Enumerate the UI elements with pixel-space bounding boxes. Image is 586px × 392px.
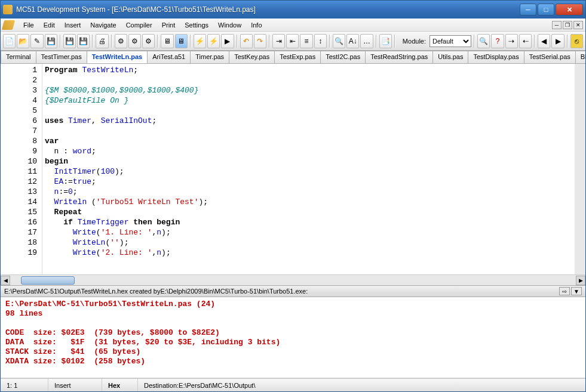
tab-testdisplay-pas[interactable]: TestDisplay.pas	[468, 51, 524, 63]
build-button[interactable]: ⚡	[207, 34, 220, 48]
save-button[interactable]: 💾	[45, 34, 57, 48]
sort-button[interactable]: ↕	[314, 34, 327, 48]
mdi-minimize-button[interactable]: ─	[552, 21, 562, 29]
status-mode: Insert	[48, 379, 102, 391]
app-icon-small	[2, 20, 15, 30]
module-label: Module:	[403, 38, 426, 45]
output-header-text: E:\PersDat\MC-51\Output\TestWriteLn.hex …	[4, 288, 308, 295]
scroll-left-button[interactable]: ◀	[1, 276, 10, 285]
status-position: 1: 1	[1, 379, 48, 391]
compile-button[interactable]: ⚡	[194, 34, 206, 48]
replace-button[interactable]: …	[360, 34, 373, 48]
tab-testserial-pas[interactable]: TestSerial.pas	[524, 51, 576, 63]
nav-a-button[interactable]: ⇢	[505, 34, 518, 48]
status-format: Hex	[102, 379, 138, 391]
nav-b-button[interactable]: ⇠	[519, 34, 532, 48]
menu-info[interactable]: Info	[246, 20, 266, 30]
tab-testexp-pas[interactable]: TestExp.pas	[274, 51, 321, 63]
maximize-button[interactable]: □	[538, 4, 554, 16]
outdent-button[interactable]: ⇤	[286, 34, 299, 48]
menu-file[interactable]: File	[19, 20, 39, 30]
tab-blink-[interactable]: Blink-	[575, 51, 585, 63]
module-select[interactable]: Default	[429, 35, 471, 47]
tab-aritest-a51[interactable]: AriTest.a51	[147, 51, 191, 63]
tool-b-button[interactable]: ⚙	[128, 34, 141, 48]
scroll-right-button[interactable]: ▶	[576, 276, 585, 285]
exit-button[interactable]: ⎋	[570, 34, 583, 48]
print-button[interactable]: 🖨	[96, 34, 108, 48]
titlebar[interactable]: MC51 Development System - [E:\PersDat\MC…	[1, 1, 585, 18]
bookmark-button[interactable]: 📑	[379, 34, 392, 48]
tab-testtimer-pas[interactable]: TestTimer.pas	[36, 51, 87, 63]
indent-button[interactable]: ⇥	[272, 34, 285, 48]
output-panel[interactable]: E:\PersDat\MC-51\Turbo51\TestWriteLn.pas…	[1, 297, 585, 378]
status-destination: Destination:E:\PersDat\MC-51\Output\	[138, 379, 585, 391]
tab-utils-pas[interactable]: Utils.pas	[432, 51, 468, 63]
search-module-button[interactable]: 🔍	[477, 34, 490, 48]
tool-c-button[interactable]: ⚙	[142, 34, 155, 48]
redo-button[interactable]: ↷	[254, 34, 266, 48]
open-file-button[interactable]: 📂	[17, 34, 29, 48]
next-button[interactable]: ▶	[551, 34, 564, 48]
find-button[interactable]: 🔍	[333, 34, 345, 48]
menu-navigate[interactable]: Navigate	[85, 20, 121, 30]
format-button[interactable]: ≡	[300, 34, 312, 48]
tab-testwriteln-pas[interactable]: TestWriteLn.pas	[87, 51, 148, 63]
tab-testreadstring-pas[interactable]: TestReadString.pas	[365, 51, 433, 63]
editor-area: 12345678910111213141516171819 Program Te…	[1, 64, 585, 274]
main-window: MC51 Development System - [E:\PersDat\MC…	[0, 0, 586, 392]
menu-edit[interactable]: Edit	[39, 20, 60, 30]
horizontal-scrollbar[interactable]: ◀ ▶	[1, 274, 585, 285]
code-editor[interactable]: Program TestWriteLn; {$M $8000,$1000,$90…	[42, 64, 575, 274]
tab-testi2c-pas[interactable]: TestI2C.pas	[320, 51, 366, 63]
save-all-button[interactable]: 💾	[63, 34, 76, 48]
mdi-close-button[interactable]: ✕	[573, 21, 583, 29]
window-title: MC51 Development System - [E:\PersDat\MC…	[16, 5, 520, 14]
terminal-button[interactable]: 🖥	[175, 34, 188, 48]
close-button[interactable]: ✕	[556, 4, 583, 16]
undo-button[interactable]: ↶	[240, 34, 253, 48]
tab-terminal[interactable]: Terminal	[1, 51, 36, 63]
tool-a-button[interactable]: ⚙	[115, 34, 127, 48]
line-gutter: 12345678910111213141516171819	[1, 64, 42, 274]
edit-button[interactable]: ✎	[30, 34, 43, 48]
monitor-button[interactable]: 🖥	[161, 34, 173, 48]
run-button[interactable]: ▶	[221, 34, 234, 48]
output-header: E:\PersDat\MC-51\Output\TestWriteLn.hex …	[1, 285, 585, 297]
tab-timer-pas[interactable]: Timer.pas	[190, 51, 229, 63]
app-icon	[3, 5, 13, 14]
output-goto-button[interactable]: ⇨	[559, 287, 570, 295]
editor-tabs: TerminalTestTimer.pasTestWriteLn.pasAriT…	[1, 51, 585, 64]
help-button[interactable]: ?	[491, 34, 504, 48]
menu-print[interactable]: Print	[157, 20, 180, 30]
menu-insert[interactable]: Insert	[60, 20, 86, 30]
menu-compiler[interactable]: Compiler	[121, 20, 157, 30]
tab-testkey-pas[interactable]: TestKey.pas	[229, 51, 275, 63]
scroll-thumb[interactable]	[21, 276, 75, 285]
prev-button[interactable]: ◀	[538, 34, 550, 48]
toolbar: 📄 📂 ✎ 💾 💾 💾 🖨 ⚙ ⚙ ⚙ 🖥 🖥 ⚡ ⚡ ▶ ↶ ↷ ⇥ ⇤ ≡ …	[1, 32, 585, 51]
statusbar: 1: 1 Insert Hex Destination:E:\PersDat\M…	[1, 378, 585, 391]
output-dropdown-button[interactable]: ▼	[571, 287, 582, 295]
menubar: FileEditInsertNavigateCompilerPrintSetti…	[1, 18, 585, 32]
menu-window[interactable]: Window	[213, 20, 246, 30]
mdi-restore-button[interactable]: ❐	[563, 21, 572, 29]
vertical-scrollbar[interactable]	[575, 64, 585, 274]
new-file-button[interactable]: 📄	[3, 34, 16, 48]
menu-settings[interactable]: Settings	[180, 20, 213, 30]
find-next-button[interactable]: A↓	[346, 34, 359, 48]
save-as-button[interactable]: 💾	[77, 34, 90, 48]
minimize-button[interactable]: ─	[520, 4, 536, 16]
